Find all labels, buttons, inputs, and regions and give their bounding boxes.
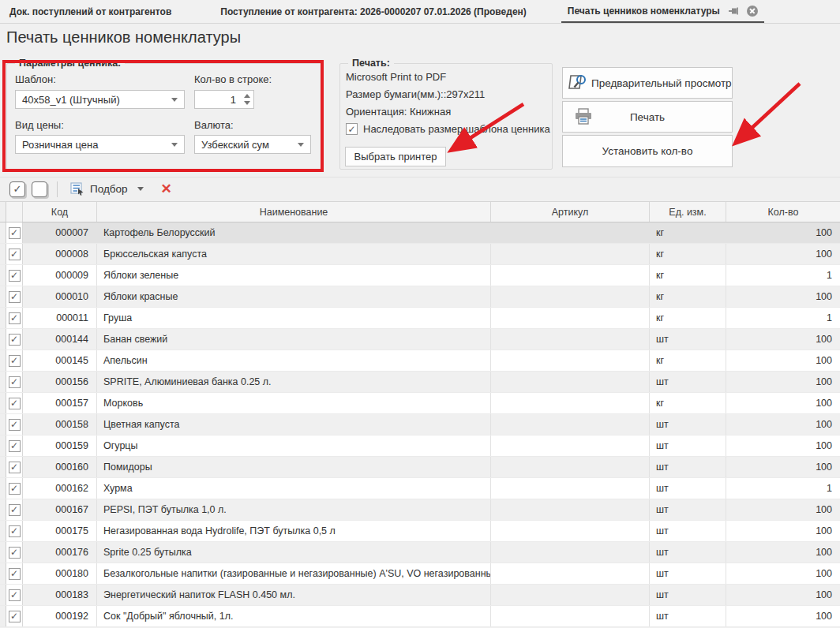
row-article	[491, 372, 650, 392]
row-checkbox-cell[interactable]: ✓	[6, 308, 23, 328]
checkbox-checked-icon[interactable]: ✓	[9, 419, 21, 431]
checkbox-checked-icon[interactable]: ✓	[9, 355, 21, 367]
header-unit[interactable]: Ед. изм.	[650, 202, 726, 222]
checkbox-checked-icon[interactable]: ✓	[9, 547, 21, 559]
template-select[interactable]: 40x58_v1 (Штучный)	[15, 90, 185, 109]
choose-printer-button[interactable]: Выбрать принтер	[345, 147, 446, 166]
checkbox-checked-icon[interactable]: ✓	[9, 462, 21, 473]
checkbox-checked-icon[interactable]: ✓	[9, 525, 21, 537]
table-row[interactable]: ✓ 000007 Картофель Белорусский кг 100	[0, 222, 840, 244]
row-checkbox-cell[interactable]: ✓	[6, 521, 23, 541]
row-checkbox-cell[interactable]: ✓	[6, 414, 23, 435]
row-checkbox-cell[interactable]: ✓	[6, 350, 23, 371]
uncheck-all-button[interactable]	[32, 181, 47, 197]
checkbox-checked-icon[interactable]: ✓	[9, 376, 21, 388]
row-name: Негазированная вода Hydrolife, ПЭТ бутыл…	[97, 521, 491, 541]
checkbox-checked-icon[interactable]: ✓	[9, 611, 21, 622]
checkbox-checked-icon[interactable]: ✓	[9, 270, 21, 282]
delete-button[interactable]: ✕	[161, 182, 172, 196]
close-icon[interactable]	[747, 6, 758, 17]
tab-print-price-tags[interactable]: Печать ценников номенклатуры	[561, 0, 764, 23]
template-label: Шаблон:	[15, 73, 56, 85]
header-article[interactable]: Артикул	[491, 202, 650, 222]
checkbox-checked-icon[interactable]: ✓	[9, 249, 21, 260]
checkbox-checked-icon[interactable]: ✓	[9, 227, 21, 239]
row-checkbox-cell[interactable]: ✓	[6, 372, 23, 392]
checkbox-checked-icon[interactable]: ✓	[9, 291, 21, 303]
table-row[interactable]: ✓ 000180 Безалкогольные напитки (газиров…	[0, 563, 840, 585]
table-row[interactable]: ✓ 000010 Яблоки красные кг 100	[0, 286, 840, 308]
checkbox-checked-icon[interactable]: ✓	[9, 398, 21, 409]
check-all-button[interactable]: ✓	[9, 181, 25, 197]
podbor-button[interactable]: Подбор	[67, 181, 147, 197]
row-checkbox-cell[interactable]: ✓	[6, 435, 23, 456]
table-row[interactable]: ✓ 000157 Морковь кг 100	[0, 393, 840, 414]
row-checkbox-cell[interactable]: ✓	[6, 606, 23, 626]
row-checkbox-cell[interactable]: ✓	[6, 329, 23, 350]
row-code: 000145	[23, 350, 97, 371]
tab-receipt-document[interactable]: Поступление от контрагента: 2026-0000207…	[214, 0, 533, 23]
checkbox-checked-icon[interactable]: ✓	[9, 504, 21, 516]
preview-button[interactable]: Предварительный просмотр	[562, 67, 733, 99]
tab-doc-receipts[interactable]: Док. поступлений от контрагентов	[3, 0, 178, 23]
table-toolbar: ✓ Подбор ✕	[0, 177, 840, 200]
table-row[interactable]: ✓ 000167 PEPSI, ПЭТ бутылка 1,0 л. шт 10…	[0, 499, 840, 521]
print-button[interactable]: Печать	[562, 101, 733, 133]
table-row[interactable]: ✓ 000160 Помидоры шт 100	[0, 457, 840, 478]
checkbox-checked-icon[interactable]: ✓	[9, 334, 21, 346]
header-name[interactable]: Наименование	[97, 202, 491, 222]
checkbox-checked-icon[interactable]: ✓	[9, 312, 21, 324]
stepper-up-icon[interactable]	[244, 94, 250, 98]
row-qty: 100	[726, 286, 840, 307]
table-row[interactable]: ✓ 000183 Энергетический напиток FLASH 0.…	[0, 585, 840, 606]
row-qty: 100	[726, 563, 840, 584]
row-checkbox-cell[interactable]: ✓	[6, 393, 23, 413]
table-row[interactable]: ✓ 000009 Яблоки зеленые кг 1	[0, 265, 840, 286]
row-checkbox-cell[interactable]: ✓	[6, 222, 23, 243]
currency-select-value: Узбекский сум	[201, 139, 269, 151]
row-checkbox-cell[interactable]: ✓	[6, 563, 23, 584]
table-row[interactable]: ✓ 000162 Хурма шт 1	[0, 478, 840, 499]
price-type-select[interactable]: Розничная цена	[15, 135, 185, 154]
stepper-down-icon[interactable]	[244, 101, 250, 105]
table-row[interactable]: ✓ 000175 Негазированная вода Hydrolife, …	[0, 521, 840, 542]
currency-select[interactable]: Узбекский сум	[194, 135, 311, 154]
row-unit: шт	[650, 329, 726, 350]
table-header-row: Код Наименование Артикул Ед. изм. Кол-во	[0, 201, 840, 222]
table-row[interactable]: ✓ 000144 Банан свежий шт 100	[0, 329, 840, 350]
header-code[interactable]: Код	[23, 202, 97, 222]
set-quantity-button[interactable]: Установить кол-во	[562, 135, 733, 167]
table-row[interactable]: ✓ 000159 Огурцы шт 100	[0, 435, 840, 457]
row-checkbox-cell[interactable]: ✓	[6, 542, 23, 563]
row-unit: кг	[650, 350, 726, 371]
checkbox-checked-icon[interactable]: ✓	[9, 440, 21, 452]
header-qty[interactable]: Кол-во	[726, 202, 840, 222]
table-row[interactable]: ✓ 000145 Апельсин кг 100	[0, 350, 840, 372]
row-checkbox-cell[interactable]: ✓	[6, 478, 23, 499]
table-row[interactable]: ✓ 000176 Sprite 0.25 бутылка шт 100	[0, 542, 840, 563]
checkbox-checked-icon[interactable]: ✓	[9, 589, 21, 601]
row-checkbox-cell[interactable]: ✓	[6, 265, 23, 286]
inherit-size-checkbox-row[interactable]: ✓ Наследовать размер шаблона ценника	[346, 123, 550, 135]
table-row[interactable]: ✓ 000011 Груша кг 1	[0, 308, 840, 329]
stepper-arrows[interactable]	[241, 91, 253, 108]
table-row[interactable]: ✓ 000158 Цветная капуста шт 100	[0, 414, 840, 435]
table-row[interactable]: ✓ 000192 Сок "Добрый" яблочный, 1л. шт 1…	[0, 606, 840, 627]
per-row-stepper[interactable]: 1	[194, 90, 254, 109]
price-type-select-value: Розничная цена	[22, 139, 98, 151]
row-qty: 100	[726, 435, 840, 456]
checkbox-checked-icon[interactable]: ✓	[346, 123, 358, 135]
row-checkbox-cell[interactable]: ✓	[6, 585, 23, 605]
table-row[interactable]: ✓ 000156 SPRITE, Алюминиевая банка 0.25 …	[0, 372, 840, 393]
row-checkbox-cell[interactable]: ✓	[6, 286, 23, 307]
row-checkbox-cell[interactable]: ✓	[6, 244, 23, 264]
price-tag-params-group: Параметры ценника: Шаблон: 40x58_v1 (Шту…	[6, 63, 322, 171]
chevron-down-icon[interactable]	[137, 187, 144, 191]
checkbox-checked-icon[interactable]: ✓	[9, 568, 21, 580]
table-row[interactable]: ✓ 000008 Брюссельская капуста кг 100	[0, 244, 840, 265]
pin-icon[interactable]	[728, 6, 739, 17]
per-row-value: 1	[195, 94, 241, 106]
row-checkbox-cell[interactable]: ✓	[6, 457, 23, 477]
row-checkbox-cell[interactable]: ✓	[6, 499, 23, 520]
checkbox-checked-icon[interactable]: ✓	[9, 483, 21, 495]
